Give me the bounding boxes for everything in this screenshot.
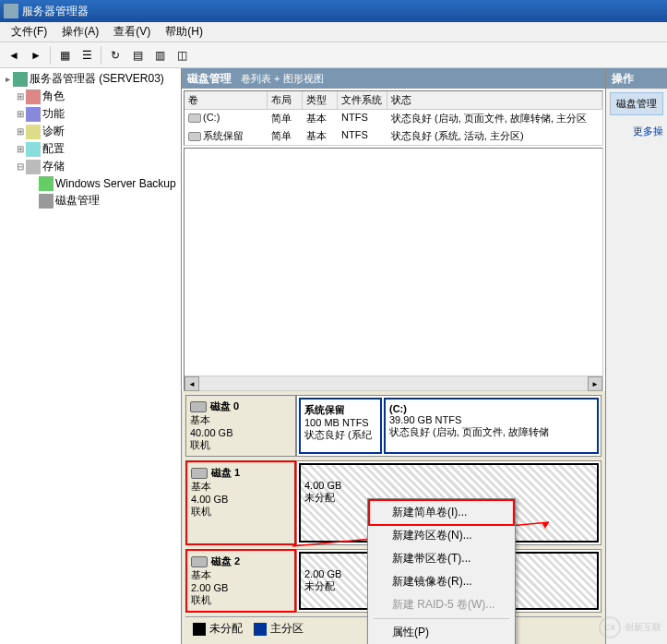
volume-list-header: 卷 布局 类型 文件系统 状态 [185, 91, 602, 110]
cm-properties[interactable]: 属性(P) [370, 621, 513, 644]
col-volume[interactable]: 卷 [185, 91, 268, 109]
toolbar-back[interactable]: ◄ [4, 45, 24, 66]
watermark-text: 创新互联 [625, 621, 661, 634]
tree-panel[interactable]: ▸ 服务器管理器 (SERVER03) ⊞ 角色 ⊞ 功能 ⊞ 诊断 ⊞ 配置 … [0, 68, 182, 644]
menu-view[interactable]: 查看(V) [106, 22, 158, 42]
feature-icon [26, 107, 41, 122]
partition-c[interactable]: (C:) 39.90 GB NTFS 状态良好 (启动, 页面文件, 故障转储 [384, 398, 599, 454]
volume-icon [188, 113, 201, 123]
partition-sysreserved[interactable]: 系统保留 100 MB NTFS 状态良好 (系纪 [299, 398, 382, 454]
disk-size: 2.00 GB [191, 582, 228, 593]
toolbar-btn6[interactable]: ◫ [172, 45, 192, 66]
tree-root[interactable]: ▸ 服务器管理器 (SERVER03) [2, 70, 179, 88]
expand-icon[interactable]: ⊞ [15, 109, 26, 119]
legend-unalloc-swatch [193, 623, 206, 636]
toolbar-btn1[interactable]: ▦ [54, 45, 75, 66]
disk-parts-0: 系统保留 100 MB NTFS 状态良好 (系纪 (C:) 39.90 GB … [296, 395, 601, 457]
tree-diskmgmt-label: 磁盘管理 [55, 193, 100, 209]
volume-row[interactable]: 系统保留 简单 基本 NTFS 状态良好 (系统, 活动, 主分区) [185, 127, 602, 145]
storage-icon [26, 160, 41, 174]
main-area: ▸ 服务器管理器 (SERVER03) ⊞ 角色 ⊞ 功能 ⊞ 诊断 ⊞ 配置 … [0, 68, 667, 644]
center-subtitle: 卷列表 + 图形视图 [241, 72, 324, 86]
center-header: 磁盘管理 卷列表 + 图形视图 [182, 68, 605, 89]
watermark-icon: CX [599, 616, 621, 638]
volume-row[interactable]: (C:) 简单 基本 NTFS 状态良好 (启动, 页面文件, 故障转储, 主分… [185, 110, 602, 127]
tree-roles-label: 角色 [42, 89, 65, 104]
cm-new-simple-volume[interactable]: 新建简单卷(I)... [370, 501, 513, 524]
tree-features[interactable]: ⊞ 功能 [2, 105, 179, 123]
role-icon [26, 89, 41, 104]
disk-label-0[interactable]: 磁盘 0 基本 40.00 GB 联机 [185, 395, 296, 457]
toolbar-forward[interactable]: ► [26, 45, 46, 66]
part-name: (C:) [389, 403, 593, 414]
toolbar-btn2[interactable]: ☰ [77, 45, 97, 66]
cm-new-spanned-volume[interactable]: 新建跨区卷(N)... [370, 524, 513, 547]
expand-icon[interactable]: ⊟ [15, 161, 26, 172]
part-name: 系统保留 [304, 403, 376, 417]
tree-diagnostics[interactable]: ⊞ 诊断 [2, 123, 179, 140]
vol-layout: 简单 [268, 111, 303, 126]
volume-empty-area: ◄ ► [184, 148, 603, 391]
expand-icon[interactable]: ⊞ [15, 144, 26, 154]
app-icon [4, 4, 18, 18]
part-status: 状态良好 (系纪 [304, 428, 376, 442]
col-layout[interactable]: 布局 [268, 91, 303, 109]
toolbar-sep2 [101, 46, 101, 65]
tree-features-label: 功能 [42, 106, 65, 122]
vol-layout: 简单 [268, 128, 303, 144]
cm-new-mirror-volume[interactable]: 新建镜像卷(R)... [370, 570, 513, 593]
context-menu[interactable]: 新建简单卷(I)... 新建跨区卷(N)... 新建带区卷(T)... 新建镜像… [367, 498, 516, 644]
scroll-left-icon[interactable]: ◄ [185, 376, 199, 391]
col-status[interactable]: 状态 [387, 91, 602, 109]
disk-type: 基本 [191, 569, 211, 580]
toolbar-btn5[interactable]: ▥ [149, 45, 170, 66]
vol-status: 状态良好 (系统, 活动, 主分区) [387, 128, 602, 144]
actions-panel: 操作 磁盘管理 更多操 [606, 68, 667, 644]
tree-root-label: 服务器管理器 (SERVER03) [30, 71, 164, 87]
tree-backup[interactable]: Windows Server Backup [2, 175, 179, 192]
tree-storage[interactable]: ⊟ 存储 [2, 158, 179, 175]
toolbar-btn4[interactable]: ▤ [127, 45, 148, 66]
tree-storage-label: 存储 [42, 159, 65, 174]
disk-status: 联机 [191, 594, 211, 605]
disk-name: 磁盘 0 [210, 400, 239, 411]
server-icon [13, 72, 28, 87]
expand-icon[interactable]: ⊞ [15, 91, 26, 101]
toolbar-refresh[interactable]: ↻ [105, 45, 125, 66]
expand-icon[interactable]: ▸ [2, 74, 13, 84]
vol-type: 基本 [303, 128, 338, 144]
menubar: 文件(F) 操作(A) 查看(V) 帮助(H) [0, 22, 667, 42]
disk-row-0[interactable]: 磁盘 0 基本 40.00 GB 联机 系统保留 100 MB NTFS 状态良… [185, 395, 601, 457]
menu-file[interactable]: 文件(F) [4, 22, 54, 42]
scroll-right-icon[interactable]: ► [588, 376, 602, 391]
disk-icon [191, 556, 208, 567]
scroll-track[interactable] [199, 376, 588, 390]
tree-diag-label: 诊断 [42, 124, 65, 139]
menu-action[interactable]: 操作(A) [54, 22, 106, 42]
expand-icon[interactable]: ⊞ [15, 126, 26, 137]
col-filesystem[interactable]: 文件系统 [338, 91, 387, 109]
disk-icon [39, 194, 54, 209]
part-size: 4.00 GB [304, 480, 593, 491]
tree-configuration[interactable]: ⊞ 配置 [2, 140, 179, 158]
tree-diskmgmt[interactable]: 磁盘管理 [2, 192, 179, 209]
col-type[interactable]: 类型 [303, 91, 338, 109]
legend-unalloc-label: 未分配 [209, 622, 243, 635]
horizontal-scrollbar[interactable]: ◄ ► [185, 376, 602, 390]
titlebar: 服务器管理器 [0, 0, 667, 22]
disk-type: 基本 [190, 414, 210, 425]
volume-list[interactable]: 卷 布局 类型 文件系统 状态 (C:) 简单 基本 NTFS 状态良好 (启动… [184, 90, 603, 146]
cm-new-striped-volume[interactable]: 新建带区卷(T)... [370, 547, 513, 570]
disk-icon [191, 468, 208, 479]
part-size: 39.90 GB NTFS [389, 414, 593, 425]
vol-status: 状态良好 (启动, 页面文件, 故障转储, 主分区 [387, 111, 602, 126]
tree-roles[interactable]: ⊞ 角色 [2, 88, 179, 105]
actions-diskmgmt[interactable]: 磁盘管理 [610, 92, 663, 115]
disk-label-1[interactable]: 磁盘 1 基本 4.00 GB 联机 [185, 460, 296, 545]
vol-fs: NTFS [338, 128, 387, 144]
cm-new-raid5-volume: 新建 RAID-5 卷(W)... [370, 593, 513, 616]
vol-name: 系统保留 [203, 130, 244, 141]
menu-help[interactable]: 帮助(H) [158, 22, 210, 42]
disk-label-2[interactable]: 磁盘 2 基本 2.00 GB 联机 [185, 549, 296, 613]
actions-more[interactable]: 更多操 [606, 119, 667, 144]
